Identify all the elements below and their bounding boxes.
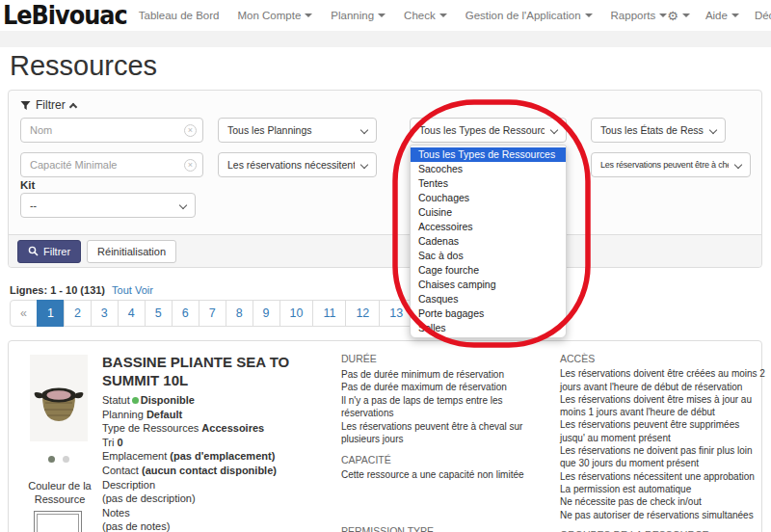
name-filter-input[interactable]	[20, 118, 203, 143]
resource-info: BASSINE PLIANTE SEA TO SUMMIT 10L Statut…	[102, 353, 338, 532]
page-12[interactable]: 12	[345, 300, 380, 327]
duree-line: Pas de durée minimum de réservation	[341, 368, 553, 382]
chevron-down-icon	[179, 201, 187, 209]
acces-header: ACCÈS	[560, 353, 766, 365]
reset-button[interactable]: Réinitialisation	[87, 240, 176, 263]
page-9[interactable]: 9	[253, 300, 280, 327]
navbar: LeBivouac Tableau de Bord Mon Compte Pla…	[0, 0, 771, 31]
capacity-filter-wrap: ×	[20, 152, 203, 177]
caret-down-icon	[682, 13, 690, 17]
resource-color-label: Couleur de la Ressource	[13, 479, 107, 506]
field-line: (pas de description)	[102, 492, 338, 506]
page-13[interactable]: 13	[379, 300, 413, 327]
duree-line: Pas de durée maximum de réservation	[341, 381, 553, 394]
page-5[interactable]: 5	[145, 300, 173, 327]
caret-down-icon	[585, 13, 593, 17]
duree-header: DURÉE	[341, 353, 553, 366]
page-6[interactable]: 6	[172, 300, 199, 327]
dropdown-option[interactable]: Accessoires	[411, 220, 566, 234]
dropdown-option[interactable]: Tous les Types de Ressources	[411, 147, 566, 162]
dropdown-option[interactable]: Selles	[411, 321, 566, 335]
types-select[interactable]: Tous les Types de Ressources	[410, 118, 567, 143]
filter-panel-footer: Filtrer Réinitialisation	[9, 234, 761, 267]
chevron-down-icon	[709, 126, 717, 134]
kit-select[interactable]: --	[20, 193, 196, 218]
resource-card: Couleur de la Ressource BASSINE PLIANTE …	[8, 340, 762, 532]
page-1[interactable]: 1	[37, 300, 65, 327]
page-11[interactable]: 11	[312, 300, 346, 327]
page-7[interactable]: 7	[199, 300, 226, 327]
field-line: Planning Default	[102, 408, 338, 422]
acces-line: Les réservations doivent être créées au …	[560, 367, 766, 393]
permission-header: PERMISSION TYPE	[341, 525, 553, 532]
caret-down-icon	[659, 13, 667, 17]
page-3[interactable]: 3	[91, 300, 119, 327]
acces-line: Les réservations doivent être mises à jo…	[560, 393, 766, 419]
nav-planning[interactable]: Planning	[331, 10, 386, 21]
page-4[interactable]: 4	[118, 300, 146, 327]
resource-color-swatch	[34, 511, 82, 532]
dropdown-option[interactable]: Couchages	[411, 191, 566, 205]
clear-icon[interactable]: ×	[184, 159, 197, 172]
caret-down-icon	[378, 13, 386, 17]
acces-line: Les réservations ne doivent pas finir pl…	[560, 444, 766, 470]
nav-tableau-de-bord[interactable]: Tableau de Bord	[139, 10, 220, 21]
types-dropdown: Tous les Types de Ressources Sacoches Te…	[410, 145, 567, 338]
gear-icon: ⚙	[667, 9, 678, 23]
page-10[interactable]: 10	[279, 300, 314, 327]
dropdown-option[interactable]: Sac à dos	[411, 249, 566, 263]
field-line: Contact (aucun contact disponible)	[102, 464, 338, 478]
etats-select[interactable]: Tous les États de Ressources	[591, 118, 726, 143]
dropdown-option[interactable]: Cage fourche	[411, 263, 566, 278]
nav-deconnexion[interactable]: Déconnexion	[755, 10, 771, 21]
plannings-select[interactable]: Tous les Plannings	[218, 118, 377, 143]
nav-menu: Tableau de Bord Mon Compte Planning Chec…	[139, 10, 667, 21]
nav-aide[interactable]: Aide	[705, 10, 739, 21]
nav-gestion-application[interactable]: Gestion de l'Application	[465, 10, 593, 21]
approbation-select[interactable]: Les réservations nécessitent une approba…	[218, 152, 377, 177]
settings-menu[interactable]: ⚙	[667, 9, 690, 23]
dropdown-option[interactable]: Tentes	[411, 176, 566, 191]
page-8[interactable]: 8	[226, 300, 253, 327]
resource-title[interactable]: BASSINE PLIANTE SEA TO SUMMIT 10L	[102, 353, 319, 389]
acces-line: Les réservations peuvent être supprimées…	[560, 418, 766, 444]
page-prev[interactable]: «	[10, 300, 38, 327]
dropdown-option[interactable]: Cuisine	[411, 205, 566, 220]
field-line: Tri 0	[102, 436, 338, 450]
caret-down-icon	[731, 13, 739, 17]
dropdown-option[interactable]: Chaises camping	[411, 278, 566, 292]
field-line: Description	[102, 478, 338, 492]
duration-column: DURÉE Pas de durée minimum de réservatio…	[341, 353, 553, 532]
kit-label: Kit	[20, 179, 35, 191]
clear-icon[interactable]: ×	[184, 124, 197, 137]
carousel-dot-active[interactable]	[48, 456, 55, 463]
capacite-header: CAPACITÉ	[341, 454, 553, 467]
carousel-dot[interactable]	[63, 456, 69, 463]
dropdown-option[interactable]: Porte bagages	[411, 306, 566, 321]
subnav-band	[0, 31, 771, 47]
chevron-down-icon	[734, 161, 742, 169]
dropdown-option[interactable]: Casques	[411, 292, 566, 306]
page-2[interactable]: 2	[64, 300, 92, 327]
caret-down-icon	[439, 13, 447, 17]
app-logo[interactable]: LeBivouac	[3, 1, 127, 30]
capacite-line: Cette ressource a une capacité non limit…	[341, 468, 553, 482]
nav-right: ⚙ Aide Déconnexion	[667, 9, 771, 23]
nav-check[interactable]: Check	[404, 10, 447, 21]
chevron-up-icon	[68, 103, 76, 111]
chevron-down-icon	[550, 126, 558, 134]
acces-line: Ne pas autoriser de réservations simulta…	[560, 509, 766, 521]
name-filter-wrap: ×	[20, 118, 203, 143]
nav-mon-compte[interactable]: Mon Compte	[238, 10, 313, 21]
field-line: Emplacement (pas d'emplacement)	[102, 449, 338, 464]
filter-button[interactable]: Filtrer	[17, 240, 81, 263]
dropdown-option[interactable]: Cadenas	[411, 234, 566, 249]
nav-rapports[interactable]: Rapports	[611, 10, 668, 21]
cheval-select[interactable]: Les réservations peuvent être à cheval s…	[591, 152, 751, 177]
view-all-link[interactable]: Tout Voir	[112, 284, 153, 296]
dropdown-option[interactable]: Sacoches	[411, 162, 566, 176]
filter-toggle[interactable]: Filtrer	[20, 98, 76, 112]
status-dot-icon	[132, 397, 139, 404]
capacity-filter-input[interactable]	[20, 152, 203, 177]
chevron-down-icon	[360, 126, 368, 134]
